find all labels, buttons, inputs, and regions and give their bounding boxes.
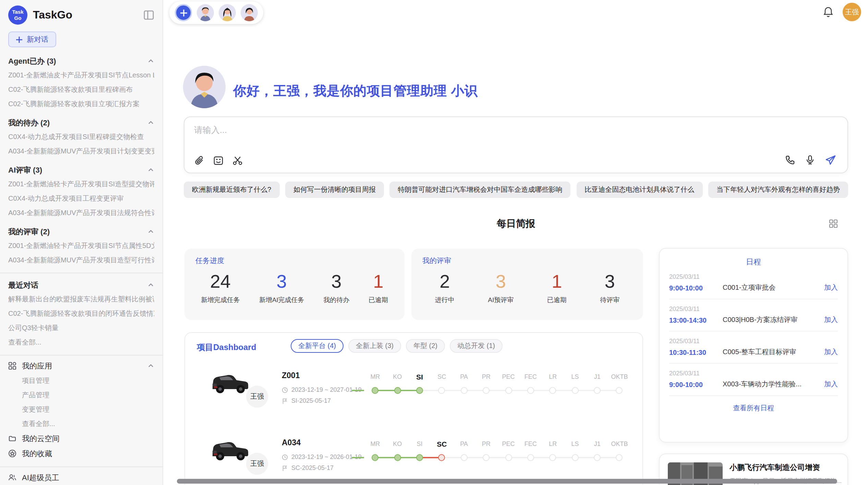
stat-value: 3 <box>259 271 304 293</box>
sidebar-section-header[interactable]: 我的待办 (2) <box>8 116 154 129</box>
view-all-schedule-link[interactable]: 查看所有日程 <box>669 403 838 413</box>
dashboard-filter-chip[interactable]: 动总开发 (1) <box>450 339 503 353</box>
milestone-dot[interactable] <box>438 454 445 461</box>
milestone-dot[interactable] <box>505 387 512 394</box>
event-row: 13:00-14:30C003|H0B-方案冻结评审加入 <box>669 315 838 325</box>
sidebar-item-my-apps[interactable]: 我的应用 <box>8 358 154 373</box>
dashboard-filter-chip[interactable]: 年型 (2) <box>406 339 445 353</box>
layout-grid-icon[interactable] <box>829 219 838 227</box>
news-title: 小鹏飞行汽车制造公司增资 <box>730 462 842 473</box>
recent-conversation-item[interactable]: 查看全部... <box>8 335 154 349</box>
sidebar-task-item[interactable]: C02-飞腾新能源轻客改款项目里程碑画布 <box>8 82 154 97</box>
new-chat-button[interactable]: 新对话 <box>8 32 56 47</box>
composer-input[interactable]: 请输入... <box>194 125 227 136</box>
suggestion-chip[interactable]: 比亚迪全固态电池计划具体说了什么 <box>576 182 702 198</box>
milestone-dot[interactable] <box>372 387 378 394</box>
agent-avatar-2[interactable] <box>219 4 236 21</box>
user-avatar[interactable]: 王强 <box>843 3 861 21</box>
suggestion-chip[interactable]: 欧洲新规最近颁布了什么? <box>184 182 279 198</box>
sidebar-section-recent[interactable]: 最近对话 <box>8 278 154 292</box>
recent-conversation-item[interactable]: C02-飞腾新能源轻客改款项目的闭环通告反馈情况 <box>8 306 154 321</box>
milestone-dot[interactable] <box>483 387 490 394</box>
mic-icon[interactable] <box>805 155 815 165</box>
milestone-dot[interactable] <box>550 387 556 394</box>
milestone-dot[interactable] <box>594 454 601 461</box>
sidebar-task-item[interactable]: Z001-全新燃油轻卡产品开发项目SI节点属性5D文件评审 <box>8 238 154 253</box>
app-sub-item[interactable]: 查看全部... <box>8 416 154 431</box>
sidebar-section-header[interactable]: Agent已办 (3) <box>8 54 154 68</box>
sidebar-task-item[interactable]: C0X4-动力总成开发项目工程变更评审 <box>8 191 154 206</box>
recent-conversation-item[interactable]: 解释最新出台的欧盟报废车法规再生塑料比例被调至15%... <box>8 292 154 306</box>
agent-avatar-3[interactable] <box>241 4 258 21</box>
milestone-dot[interactable] <box>394 454 401 461</box>
project-next-milestone: SC-2025-05-17 <box>291 464 334 471</box>
sidebar-task-item[interactable]: Z001-全新燃油轻卡产品开发项目SI造型提交物评审 <box>8 177 154 191</box>
scissors-icon[interactable] <box>232 156 243 166</box>
event-name: C001-立项审批会 <box>723 283 824 293</box>
schedule-title: 日程 <box>669 257 838 267</box>
sidebar-item-favorites[interactable]: 我的收藏 <box>8 446 154 461</box>
milestone-dot[interactable] <box>394 387 401 394</box>
milestone-dot[interactable] <box>527 387 534 394</box>
milestone-dot[interactable] <box>438 387 445 394</box>
project-code[interactable]: A034 <box>282 438 301 447</box>
image-icon[interactable] <box>213 156 224 166</box>
milestone-dot[interactable] <box>483 454 490 461</box>
sidebar-task-item[interactable]: A034-全新新能源MUV产品开发项目法规符合性评审 <box>8 206 154 220</box>
sidebar-task-item[interactable]: Z001-全新燃油皮卡产品开发项目SI节点Lesson Learn报告 <box>8 68 154 82</box>
paperclip-icon[interactable] <box>194 156 204 166</box>
dashboard-filter-chip[interactable]: 全新平台 (4) <box>291 339 343 353</box>
suggestion-chip[interactable]: 当下年轻人对汽车外观有怎样的喜好趋势 <box>708 182 848 198</box>
dashboard-filter-chip[interactable]: 全新上装 (3) <box>348 339 401 353</box>
join-button[interactable]: 加入 <box>824 347 838 357</box>
stat-value: 3 <box>323 271 349 293</box>
milestone-dot[interactable] <box>616 387 623 394</box>
recent-conversation-item[interactable]: 公司Q3轻卡销量 <box>8 321 154 335</box>
join-button[interactable]: 加入 <box>824 315 838 325</box>
send-icon[interactable] <box>825 154 836 166</box>
milestone-dot[interactable] <box>416 454 423 461</box>
join-button[interactable]: 加入 <box>824 283 838 293</box>
milestone-dot[interactable] <box>461 387 468 394</box>
app-sub-item[interactable]: 项目管理 <box>8 373 154 388</box>
milestone-dot[interactable] <box>372 454 378 461</box>
join-button[interactable]: 加入 <box>824 380 838 389</box>
milestone-track: MRKOSISCPAPRPECFECLRLSJ1OKTB <box>364 439 630 462</box>
horizontal-scrollbar[interactable] <box>177 479 837 484</box>
sidebar-section-header[interactable]: AI评审 (3) <box>8 163 154 177</box>
app-sub-item[interactable]: 产品管理 <box>8 388 154 402</box>
sidebar-section-header[interactable]: 我的评审 (2) <box>8 225 154 238</box>
milestone-dot[interactable] <box>571 454 578 461</box>
cloud-space-label: 我的云空间 <box>22 433 60 444</box>
chevron-up-icon <box>147 228 154 235</box>
section-title: Agent已办 (3) <box>8 56 56 66</box>
user-name: 王强 <box>845 7 859 17</box>
sidebar-task-item[interactable]: C0X4-动力总成开发项目SI里程碑提交物检查 <box>8 129 154 144</box>
milestone-dot[interactable] <box>461 454 468 461</box>
add-agent-button[interactable] <box>175 4 192 21</box>
milestone-dot[interactable] <box>616 454 623 461</box>
app-sub-item[interactable]: 变更管理 <box>8 402 154 416</box>
schedule-event: 2025/03/119:00-10:00X003-车辆动力学性能验...加入 <box>669 370 838 389</box>
milestone-dot[interactable] <box>505 454 512 461</box>
app-title: TaskGo <box>33 9 143 21</box>
milestone-dot[interactable] <box>571 387 578 394</box>
milestone-dot[interactable] <box>594 387 601 394</box>
sidebar-item-ai-staff[interactable]: AI超级员工 <box>8 470 154 485</box>
suggestion-chip[interactable]: 特朗普可能对进口汽车增税会对中国车企造成哪些影响 <box>390 182 571 198</box>
sidebar-item-cloud-space[interactable]: 我的云空间 <box>8 431 154 446</box>
sidebar-collapse-icon[interactable] <box>143 10 154 21</box>
suggestion-chip[interactable]: 如何写一份清晰的项目周报 <box>285 182 384 198</box>
notification-bell-icon[interactable] <box>823 6 834 18</box>
milestone-dot[interactable] <box>527 454 534 461</box>
apps-grid-icon <box>8 362 16 370</box>
sidebar-task-item[interactable]: C02-飞腾新能源轻客改款项目立项汇报方案 <box>8 97 154 111</box>
section-title: AI评审 (3) <box>8 165 42 175</box>
milestone-dot[interactable] <box>550 454 556 461</box>
sidebar-task-item[interactable]: A034-全新新能源MUV产品开发项目计划变更变更编写 <box>8 144 154 158</box>
project-code[interactable]: Z001 <box>282 371 300 380</box>
phone-icon[interactable] <box>785 155 795 165</box>
milestone-dot[interactable] <box>416 387 423 394</box>
sidebar-task-item[interactable]: A034-全新新能源MUV产品开发项目造型可行性评审 <box>8 253 154 267</box>
agent-avatar-1[interactable] <box>197 4 214 21</box>
